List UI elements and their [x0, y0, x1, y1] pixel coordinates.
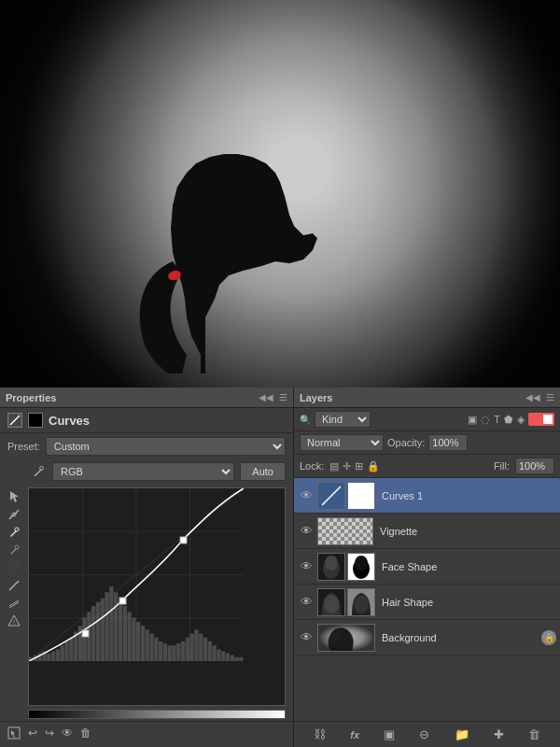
fx-icon[interactable]: fx — [350, 729, 359, 740]
layer-eye-vignette[interactable]: 👁 — [298, 523, 315, 540]
layer-item-background[interactable]: 👁 — [294, 620, 560, 655]
add-mask-icon[interactable]: ▣ — [384, 727, 395, 741]
curves-bottom-eye-icon[interactable]: 👁 — [62, 726, 73, 742]
tool-add-point[interactable] — [6, 507, 22, 522]
layer-badge-background: 🔒 — [541, 630, 556, 645]
curves-bottom-delete-icon[interactable]: 🗑 — [80, 726, 91, 742]
preset-row: Preset: Custom — [0, 433, 293, 459]
opacity-input[interactable] — [428, 434, 468, 451]
layer-thumbs-hairshape — [317, 588, 375, 616]
lock-all-icon[interactable]: 🔒 — [367, 460, 380, 472]
channel-row: RGB Red Green Blue Auto — [0, 459, 293, 484]
layer-thumb-curves1-adj — [317, 482, 345, 510]
text-filter-icon[interactable]: T — [494, 414, 500, 425]
svg-text:!: ! — [13, 619, 15, 626]
svg-point-17 — [355, 556, 368, 571]
layer-thumb-hairshape-main — [317, 588, 345, 616]
layer-thumbs-vignette — [317, 517, 373, 545]
curves-bottom-undo-icon[interactable]: ↩ — [28, 726, 37, 742]
properties-panel-header: Properties ◀◀ ☰ — [0, 388, 293, 408]
layer-name-curves1: Curves 1 — [378, 490, 556, 501]
tool-curve-draw[interactable] — [6, 578, 22, 593]
svg-point-21 — [354, 595, 369, 613]
properties-panel: Properties ◀◀ ☰ Curves Preset: Custom — [0, 388, 294, 747]
auto-button[interactable]: Auto — [240, 462, 286, 481]
layer-thumbs-background — [317, 624, 375, 652]
curves-title-row: Curves — [0, 408, 293, 433]
layer-thumb-vignette — [317, 517, 373, 545]
curves-graph[interactable] — [28, 487, 286, 706]
filter-toggle[interactable] — [528, 413, 554, 426]
preset-label: Preset: — [7, 441, 40, 452]
tool-eyedropper-black[interactable] — [6, 525, 22, 540]
layer-item-vignette[interactable]: 👁 Vignette — [294, 514, 560, 549]
layers-menu-btn[interactable]: ☰ — [546, 392, 554, 402]
layer-thumb-faceshape-mask — [347, 553, 375, 581]
fill-label: Fill: — [494, 460, 510, 472]
channel-select[interactable]: RGB Red Green Blue — [52, 462, 234, 481]
layers-list: 👁 Curves 1 👁 — [294, 478, 560, 721]
layers-bottom-bar: ⛓ fx ▣ ⊖ 📁 ✚ 🗑 — [294, 721, 560, 747]
layer-name-vignette: Vignette — [376, 526, 556, 537]
layer-eye-faceshape[interactable]: 👁 — [298, 558, 315, 575]
layer-eye-curves1[interactable]: 👁 — [298, 487, 315, 504]
tool-smooth[interactable] — [6, 596, 22, 611]
add-adjustment-icon[interactable]: ⊖ — [419, 727, 429, 741]
adjustment-filter-icon[interactable]: ◌ — [481, 414, 490, 426]
layers-collapse-btn[interactable]: ◀◀ — [525, 392, 540, 402]
add-layer-icon[interactable]: ✚ — [494, 727, 504, 741]
svg-point-4 — [15, 545, 19, 549]
smart-filter-icon[interactable]: ◈ — [517, 414, 525, 426]
kind-select[interactable]: Kind — [315, 411, 371, 428]
layer-item-curves1[interactable]: 👁 Curves 1 — [294, 478, 560, 514]
fill-input[interactable] — [515, 458, 554, 474]
delete-layer-icon[interactable]: 🗑 — [528, 727, 540, 741]
layer-thumb-curves1-mask — [347, 482, 375, 510]
svg-point-5 — [15, 563, 19, 567]
layer-item-hairshape[interactable]: 👁 — [294, 585, 560, 620]
add-group-icon[interactable]: 📁 — [455, 727, 469, 741]
layers-search-icon: 🔍 — [300, 415, 311, 425]
layer-thumb-hairshape-mask — [347, 588, 375, 616]
properties-collapse-btn[interactable]: ◀◀ — [259, 392, 273, 402]
layer-name-hairshape: Hair Shape — [378, 597, 556, 608]
layer-thumb-background — [317, 624, 375, 652]
tool-eyedropper-white[interactable] — [6, 560, 22, 575]
svg-point-3 — [15, 528, 19, 531]
lock-label: Lock: — [300, 460, 324, 472]
gradient-bar — [28, 710, 286, 719]
pixel-filter-icon[interactable]: ▣ — [468, 414, 477, 426]
layers-panel: Layers ◀◀ ☰ 🔍 Kind ▣ ◌ T ⬟ ◈ — [294, 388, 560, 747]
opacity-label: Opacity: — [387, 437, 425, 448]
lock-artboard-icon[interactable]: ⊞ — [355, 460, 363, 472]
layer-item-faceshape[interactable]: 👁 — [294, 549, 560, 585]
layer-eye-background[interactable]: 👁 — [298, 629, 315, 646]
tool-warning[interactable]: ! — [6, 613, 22, 628]
layers-search-row: 🔍 Kind ▣ ◌ T ⬟ ◈ — [294, 408, 560, 431]
curves-bottom-redo-icon[interactable]: ↪ — [45, 726, 54, 742]
svg-point-14 — [325, 556, 338, 571]
lock-position-icon[interactable]: ✛ — [343, 460, 351, 472]
properties-menu-btn[interactable]: ☰ — [279, 392, 287, 402]
lock-icons: ▤ ✛ ⊞ 🔒 — [329, 460, 380, 472]
tool-pointer[interactable] — [6, 489, 22, 504]
photo-canvas-area — [0, 0, 560, 388]
lock-pixels-icon[interactable]: ▤ — [329, 460, 339, 472]
layer-name-faceshape: Face Shape — [378, 561, 556, 572]
svg-point-19 — [324, 595, 339, 613]
curves-tools-sidebar: ! — [4, 487, 24, 706]
lock-row: Lock: ▤ ✛ ⊞ 🔒 Fill: — [294, 455, 560, 478]
tool-eyedropper-gray[interactable] — [6, 543, 22, 557]
curves-graph-area: ! — [0, 484, 293, 710]
shape-filter-icon[interactable]: ⬟ — [504, 414, 513, 426]
link-layers-icon[interactable]: ⛓ — [314, 727, 326, 741]
preset-select[interactable]: Custom — [46, 437, 286, 456]
curves-bottom-pointer-icon[interactable] — [7, 726, 21, 742]
layer-eye-hairshape[interactable]: 👁 — [298, 594, 315, 611]
blend-mode-select[interactable]: Normal Multiply Screen Overlay — [300, 434, 384, 451]
channel-eyedropper-icon — [30, 464, 47, 479]
photo-canvas — [0, 0, 560, 388]
properties-panel-title: Properties — [6, 392, 56, 403]
layer-thumbs-curves1 — [317, 482, 375, 510]
curves-bottom-bar: ↩ ↪ 👁 🗑 — [0, 721, 293, 747]
